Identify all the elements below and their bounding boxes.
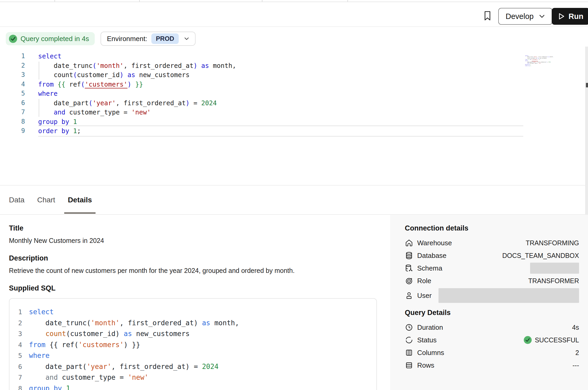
code-text: date_part('year', first_ordered_at) = 20… (38, 98, 523, 108)
line-number: 5 (0, 89, 25, 98)
line-number: 2 (17, 318, 22, 329)
run-button[interactable]: Run (552, 8, 588, 25)
detail-row-status: StatusSUCCESSFUL (405, 334, 579, 346)
line-number: 7 (17, 372, 22, 383)
code-line[interactable]: 8group by 1 (17, 383, 376, 390)
supplied-sql-block: 1select2 date_trunc('month', first_order… (9, 298, 377, 390)
tab-chart-label: Chart (37, 196, 55, 204)
connection-details-heading: Connection details (405, 224, 579, 232)
tab-data[interactable]: Data (5, 186, 28, 214)
header-toolbar: Develop Run (0, 2, 588, 26)
app-window: Develop Run Query completed in 4s Enviro… (0, 0, 588, 390)
line-number: 7 (0, 108, 25, 117)
details-left-pane: Title Monthly New Customers in 2024 Desc… (0, 215, 390, 390)
environment-value-pill: PROD (151, 33, 178, 44)
develop-dropdown-button[interactable]: Develop (498, 8, 552, 25)
detail-label: User (417, 292, 432, 300)
code-line[interactable]: 7 and customer_type = 'new' (0, 108, 583, 117)
code-text: group by 1 (38, 117, 523, 127)
minimap-code: select date_trunc('month', first_ordered… (525, 55, 555, 67)
code-line[interactable]: 4from {{ ref('customers') }} (17, 339, 376, 351)
tab-strip-divider (139, 0, 140, 2)
top-tab-strip (0, 0, 588, 2)
line-number: 1 (0, 52, 25, 61)
detail-value (530, 263, 579, 274)
query-details-heading: Query Details (405, 309, 579, 317)
code-line[interactable]: 5where (0, 89, 583, 98)
code-line[interactable]: 1select (0, 52, 583, 61)
editor-minimap[interactable]: select date_trunc('month', first_ordered… (525, 53, 555, 75)
detail-row-duration: Duration4s (405, 321, 579, 334)
detail-label: Rows (417, 361, 434, 369)
code-text: count(customer_id) as new_customers (38, 70, 523, 80)
code-text: where (38, 89, 523, 98)
code-line[interactable]: 9order by 1; (0, 126, 583, 136)
code-text: date_trunc('month', first_ordered_at) as… (38, 61, 523, 71)
tab-chart[interactable]: Chart (33, 186, 59, 214)
detail-value: TRANSFORMER (528, 277, 579, 285)
line-number: 5 (17, 350, 22, 361)
redacted-value (530, 263, 579, 274)
code-line[interactable]: 8group by 1 (0, 117, 583, 127)
line-number: 2 (0, 61, 25, 71)
code-line[interactable]: 4from {{ ref('customers') }} (0, 80, 583, 89)
code-line[interactable]: 7 and customer_type = 'new' (17, 372, 376, 383)
schema-icon (405, 264, 413, 272)
detail-row-role: RoleTRANSFORMER (405, 274, 579, 287)
chevron-down-icon (539, 14, 545, 18)
code-line[interactable]: 2 date_trunc('month', first_ordered_at) … (0, 61, 583, 71)
columns-icon (405, 348, 413, 357)
detail-label: Database (417, 252, 446, 260)
details-right-pane: Connection details WarehouseTRANSFORMING… (390, 215, 588, 390)
editor-lines[interactable]: 1select2 date_trunc('month', first_order… (0, 52, 583, 136)
detail-label: Warehouse (417, 239, 452, 247)
detail-row-database: DatabaseDOCS_TEAM_SANDBOX (405, 249, 579, 262)
code-line[interactable]: 6 date_part('year', first_ordered_at) = … (0, 98, 583, 108)
detail-row-rows: Rows--- (405, 359, 579, 372)
line-number: 1 (17, 307, 22, 318)
bookmark-icon (483, 11, 492, 21)
tab-data-label: Data (9, 196, 24, 204)
line-number: 9 (0, 126, 25, 136)
code-line[interactable]: 3 count(customer_id) as new_customers (17, 328, 376, 339)
code-text: and customer_type = 'new' (38, 108, 523, 117)
rows-icon (405, 361, 413, 369)
code-line[interactable]: 6 date_part('year', first_ordered_at) = … (17, 361, 376, 372)
code-text: date_part('year', first_ordered_at) = 20… (29, 361, 218, 372)
environment-select[interactable]: Environment: PROD (101, 32, 196, 46)
code-line[interactable]: 2 date_trunc('month', first_ordered_at) … (17, 318, 376, 329)
tab-details-label: Details (68, 196, 92, 204)
bookmark-button[interactable] (482, 10, 493, 22)
line-number: 4 (17, 339, 22, 351)
redacted-value (438, 288, 579, 303)
scrollbar-thumb[interactable] (586, 83, 588, 87)
user-icon (405, 291, 413, 300)
results-tab-bar: Data Chart Details (5, 186, 101, 214)
detail-label: Status (417, 336, 437, 344)
tab-details[interactable]: Details (64, 186, 96, 214)
indent-guide (39, 99, 39, 117)
detail-label: Schema (417, 264, 442, 272)
code-line[interactable]: 1select (17, 307, 376, 318)
detail-value: 4s (572, 324, 579, 331)
code-text: from {{ ref('customers') }} (29, 339, 140, 351)
supplied-sql-heading: Supplied SQL (9, 284, 390, 292)
line-number: 8 (17, 383, 22, 390)
line-number: 4 (0, 80, 25, 89)
tab-strip-divider (54, 0, 55, 2)
description-value: Retrieve the count of new customers per … (9, 267, 390, 274)
code-text: date_trunc('month', first_ordered_at) as… (29, 318, 239, 329)
environment-label: Environment: (107, 35, 147, 43)
sql-code-editor[interactable]: 1select2 date_trunc('month', first_order… (0, 52, 583, 185)
code-text: count(customer_id) as new_customers (29, 328, 190, 339)
develop-button-label: Develop (506, 12, 534, 21)
detail-value: --- (572, 362, 579, 369)
detail-label: Columns (417, 349, 444, 357)
detail-value: DOCS_TEAM_SANDBOX (502, 252, 579, 259)
code-text: select (38, 52, 523, 61)
line-number: 3 (0, 70, 25, 80)
detail-row-schema: Schema (405, 262, 579, 274)
title-value: Monthly New Customers in 2024 (9, 237, 390, 244)
code-line[interactable]: 3 count(customer_id) as new_customers (0, 70, 583, 80)
code-line[interactable]: 5where (17, 350, 376, 361)
